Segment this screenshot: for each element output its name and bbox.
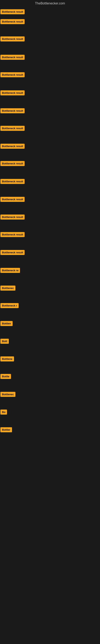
bottleneck-badge: Bottleneck result — [0, 9, 25, 14]
bottleneck-entry-18: Bottleneck r — [0, 303, 19, 309]
bottleneck-entry-2: Bottleneck result — [0, 19, 25, 25]
bottleneck-entry-8: Bottleneck result — [0, 126, 25, 132]
bottleneck-entry-6: Bottleneck result — [0, 90, 25, 96]
bottleneck-entry-4: Bottleneck result — [0, 55, 25, 60]
bottleneck-badge: Bottler — [0, 427, 12, 432]
bottleneck-entry-16: Bottleneck re — [0, 268, 20, 274]
bottleneck-entry-19: Bottlen — [0, 321, 13, 327]
bottleneck-entry-21: Bottlene — [0, 356, 14, 362]
bottleneck-entry-15: Bottleneck result — [0, 250, 25, 256]
bottleneck-badge: Bottleneck result — [0, 19, 25, 24]
bottleneck-badge: Bottleneck result — [0, 72, 25, 77]
bottleneck-badge: Bottleneck result — [0, 126, 25, 131]
bottleneck-badge: Bottleneck result — [0, 161, 25, 166]
bottleneck-entry-23: Bottlenec — [0, 392, 15, 398]
bottleneck-badge: Bottleneck re — [0, 268, 20, 273]
bottleneck-badge: Bottleneck result — [0, 250, 25, 255]
site-title: TheBottlenecker.com — [0, 0, 100, 8]
bottleneck-entry-5: Bottleneck result — [0, 72, 25, 78]
bottleneck-entry-3: Bottleneck result — [0, 36, 25, 42]
bottleneck-badge: Bottleneck result — [0, 232, 25, 237]
bottleneck-badge: Bottleneck result — [0, 90, 25, 96]
bottleneck-badge: Bottleneck r — [0, 303, 19, 308]
bottleneck-badge: Bottlenec — [0, 392, 15, 397]
bottleneck-badge: Bottlenec — [0, 286, 15, 290]
bottleneck-badge: Bottleneck result — [0, 55, 25, 60]
bottleneck-badge: Bott — [0, 339, 9, 344]
bottleneck-entry-22: Bottle — [0, 374, 11, 380]
bottleneck-badge: Bottleneck result — [0, 179, 25, 184]
bottleneck-entry-25: Bottler — [0, 427, 12, 433]
bottleneck-badge: Bottleneck result — [0, 36, 25, 42]
bottleneck-entry-10: Bottleneck result — [0, 161, 25, 167]
bottleneck-entry-9: Bottleneck result — [0, 144, 25, 150]
bottleneck-entry-7: Bottleneck result — [0, 108, 25, 114]
bottleneck-badge: Bottleneck result — [0, 214, 25, 220]
bottleneck-badge: Bottle — [0, 374, 11, 379]
bottleneck-entry-12: Bottleneck result — [0, 197, 25, 203]
bottleneck-badge: Bottlene — [0, 356, 14, 362]
bottleneck-entry-17: Bottlenec — [0, 286, 15, 292]
bottleneck-badge: Bottlen — [0, 321, 13, 326]
bottleneck-entry-11: Bottleneck result — [0, 179, 25, 185]
bottleneck-entry-20: Bott — [0, 339, 9, 344]
bottleneck-badge: Bo — [0, 410, 7, 414]
bottleneck-badge: Bottleneck result — [0, 108, 25, 113]
bottleneck-entry-13: Bottleneck result — [0, 214, 25, 220]
bottleneck-entry-1: Bottleneck result — [0, 9, 25, 15]
bottleneck-badge: Bottleneck result — [0, 144, 25, 149]
bottleneck-entry-24: Bo — [0, 410, 7, 416]
bottleneck-entry-14: Bottleneck result — [0, 232, 25, 238]
bottleneck-badge: Bottleneck result — [0, 197, 25, 202]
